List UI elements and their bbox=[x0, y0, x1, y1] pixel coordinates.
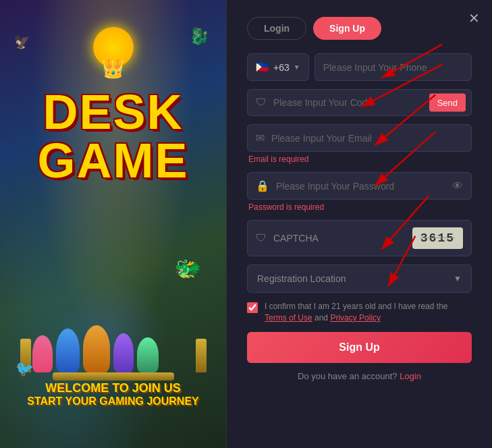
envelope-icon: ✉ bbox=[256, 132, 265, 144]
chevron-down-icon: ▼ bbox=[454, 274, 462, 283]
location-placeholder: Registration Location bbox=[257, 273, 346, 284]
terms-label: I confirm that I am 21 years old and I h… bbox=[265, 301, 472, 324]
shield-icon: 🛡 bbox=[256, 96, 267, 109]
phone-field: 🇵🇭 +63 ▼ bbox=[247, 53, 472, 81]
welcome-text: Welcome To Join Us bbox=[0, 381, 226, 395]
left-panel: 👑 🦅 🐉 DESK GAME bbox=[0, 0, 226, 448]
terms-checkbox-row: I confirm that I am 21 years old and I h… bbox=[247, 301, 472, 324]
password-error: Password is required bbox=[248, 202, 472, 212]
email-input[interactable] bbox=[271, 133, 463, 144]
location-selector[interactable]: Registration Location ▼ bbox=[247, 264, 472, 293]
phone-input[interactable] bbox=[323, 62, 463, 73]
terms-checkbox[interactable] bbox=[247, 302, 258, 313]
login-link[interactable]: Login bbox=[400, 371, 421, 381]
close-icon: ✕ bbox=[468, 10, 480, 26]
bird-right-icon: 🐉 bbox=[189, 27, 209, 46]
app-container: 👑 🦅 🐉 DESK GAME bbox=[0, 0, 492, 448]
right-panel: ✕ Login Sign Up 🇵🇭 +63 ▼ 🛡 Send bbox=[226, 0, 492, 448]
lock-icon: 🔒 bbox=[256, 179, 269, 192]
tab-signup[interactable]: Sign Up bbox=[313, 17, 381, 40]
game-title-line1: DESK bbox=[38, 88, 189, 136]
close-button[interactable]: ✕ bbox=[466, 10, 482, 26]
phone-prefix-selector[interactable]: 🇵🇭 +63 ▼ bbox=[247, 53, 309, 81]
location-field: Registration Location ▼ bbox=[247, 264, 472, 293]
country-flag: 🇵🇭 bbox=[256, 61, 269, 74]
game-background: 👑 🦅 🐉 DESK GAME bbox=[0, 0, 226, 448]
account-text: Do you have an account? bbox=[298, 371, 397, 381]
terms-of-use-link[interactable]: Terms of Use bbox=[265, 313, 312, 323]
captcha-field: 🛡 CAPTCHA 3615 bbox=[247, 220, 472, 256]
game-title: DESK GAME bbox=[38, 88, 189, 185]
tab-login[interactable]: Login bbox=[247, 17, 306, 40]
bottom-text: Welcome To Join Us START YOUR GAMING JOU… bbox=[0, 381, 226, 408]
captcha-image[interactable]: 3615 bbox=[412, 227, 463, 249]
character-area: 🐲 🐦 bbox=[0, 219, 226, 387]
game-title-line2: GAME bbox=[38, 136, 189, 185]
chevron-down-icon: ▼ bbox=[294, 63, 300, 71]
email-error: Email is required bbox=[248, 155, 472, 164]
start-text: START YOUR GAMING JOURNEY bbox=[0, 395, 226, 408]
crown-icon: 👑 bbox=[101, 57, 125, 80]
bird-left-icon: 🦅 bbox=[13, 34, 30, 50]
account-row: Do you have an account? Login bbox=[247, 371, 472, 381]
captcha-shield-icon: 🛡 bbox=[256, 232, 267, 244]
and-text: and bbox=[312, 313, 331, 323]
email-field-group: ✉ Email is required bbox=[247, 124, 472, 164]
send-code-button[interactable]: Send bbox=[429, 94, 466, 112]
phone-code: +63 bbox=[273, 62, 290, 73]
eye-icon[interactable]: 👁 bbox=[452, 180, 463, 192]
password-field-group: 🔒 👁 Password is required bbox=[247, 172, 472, 212]
privacy-policy-link[interactable]: Privacy Policy bbox=[330, 313, 381, 323]
code-field: 🛡 Send bbox=[247, 89, 472, 116]
tabs: Login Sign Up bbox=[247, 17, 472, 40]
signup-button[interactable]: Sign Up bbox=[247, 332, 472, 363]
checkbox-text: I confirm that I am 21 years old and I h… bbox=[265, 302, 447, 311]
captcha-label: CAPTCHA bbox=[273, 233, 406, 244]
password-input[interactable] bbox=[276, 181, 445, 192]
